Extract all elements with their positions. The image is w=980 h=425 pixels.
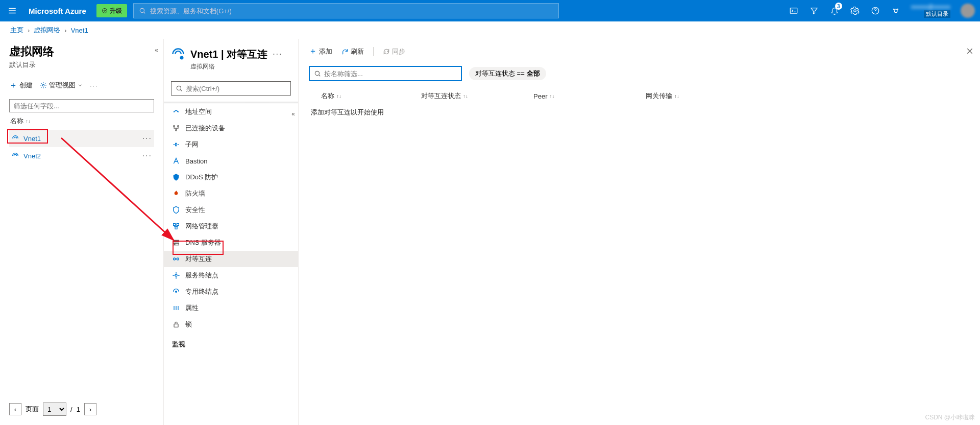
nav-item-lock[interactable]: 锁 <box>164 316 298 333</box>
name-filter-input[interactable] <box>324 70 457 78</box>
nav-search-input[interactable] <box>186 85 286 92</box>
status-filter-pill[interactable]: 对等互连状态 == 全部 <box>469 67 546 80</box>
nav-item-peering[interactable]: 对等互连 <box>164 251 298 267</box>
svg-point-25 <box>175 244 175 244</box>
manage-view-button[interactable]: 管理视图 <box>40 81 83 90</box>
filter-icon <box>810 6 819 15</box>
nav-item-ddos[interactable]: DDoS 防护 <box>164 169 298 185</box>
refresh-button[interactable]: 刷新 <box>341 47 364 56</box>
hamburger-menu[interactable] <box>0 0 24 21</box>
row-more-button[interactable]: ··· <box>142 134 152 143</box>
column-header-name[interactable]: 名称 ↑↓ <box>9 112 154 130</box>
svg-point-24 <box>175 241 175 241</box>
chevron-down-icon <box>78 83 83 88</box>
nav-item-network-manager[interactable]: 网络管理器 <box>164 218 298 234</box>
peering-toolbar: ＋添加 刷新 同步 <box>309 46 970 57</box>
nav-search[interactable] <box>171 81 291 96</box>
gear-icon <box>850 6 860 15</box>
sync-icon <box>383 48 390 55</box>
list-item[interactable]: Vnet2 ··· <box>9 147 154 164</box>
global-search[interactable] <box>133 3 559 18</box>
breadcrumb-vnet1[interactable]: Vnet1 <box>71 27 88 34</box>
nav-item-label: 专用终结点 <box>185 287 218 296</box>
help-button[interactable] <box>865 0 886 21</box>
feedback-icon <box>891 6 900 15</box>
col-name[interactable]: 名称↑↓ <box>309 91 421 101</box>
sync-button: 同步 <box>383 47 405 56</box>
col-status[interactable]: 对等互连状态↑↓ <box>421 91 533 101</box>
more-button[interactable]: ··· <box>90 82 99 89</box>
list-filter-input[interactable] <box>9 99 154 112</box>
sort-icon: ↑↓ <box>26 119 31 124</box>
empty-state: 添加对等互连以开始使用 <box>309 103 970 117</box>
account-menu[interactable]: xxxxxx@xxxxxx 默认目录 <box>906 4 955 18</box>
close-button[interactable] <box>966 47 974 57</box>
network-manager-icon <box>172 222 180 230</box>
col-peer[interactable]: Peer↑↓ <box>533 91 646 101</box>
list-item[interactable]: Vnet1 ··· <box>9 130 154 147</box>
nav-item-dns[interactable]: DNS 服务器 <box>164 234 298 251</box>
nav-item-label: Bastion <box>185 157 207 165</box>
nav-item-label: 网络管理器 <box>185 222 218 231</box>
gear-icon <box>40 82 47 89</box>
vnet-resource-icon <box>171 47 185 61</box>
sort-icon: ↑↓ <box>549 93 554 99</box>
brand-label[interactable]: Microsoft Azure <box>24 7 90 15</box>
nav-item-address-space[interactable]: 地址空间 <box>164 104 298 120</box>
connected-devices-icon <box>172 124 180 132</box>
svg-rect-6 <box>790 8 797 14</box>
search-icon <box>139 7 146 14</box>
breadcrumb-vnets[interactable]: 虚拟网络 <box>34 26 60 35</box>
directory-filter-button[interactable] <box>804 0 824 21</box>
user-email: xxxxxx@xxxxxx <box>911 4 950 10</box>
nav-item-firewall[interactable]: 防火墙 <box>164 185 298 202</box>
hamburger-icon <box>8 6 17 15</box>
nav-item-properties[interactable]: 属性 <box>164 300 298 316</box>
create-button[interactable]: ＋创建 <box>9 80 33 91</box>
svg-rect-20 <box>177 224 179 226</box>
global-search-input[interactable] <box>150 7 553 15</box>
notifications-button[interactable]: 3 <box>824 0 845 21</box>
list-toolbar: ＋创建 管理视图 ··· <box>9 78 154 93</box>
nav-item-label: 地址空间 <box>185 107 212 116</box>
svg-point-26 <box>174 258 176 260</box>
feedback-button[interactable] <box>886 0 906 21</box>
svg-line-15 <box>180 89 182 91</box>
nav-item-service-endpoint[interactable]: 服务终结点 <box>164 267 298 284</box>
nav-item-private-endpoint[interactable]: 专用终结点 <box>164 284 298 300</box>
address-space-icon <box>172 108 180 116</box>
upgrade-icon <box>102 8 108 14</box>
settings-button[interactable] <box>845 0 865 21</box>
firewall-icon <box>172 190 180 198</box>
page-select[interactable]: 1 <box>43 403 66 416</box>
nav-item-bastion[interactable]: Bastion <box>164 153 298 169</box>
cloud-shell-button[interactable] <box>783 0 804 21</box>
nav-item-subnet[interactable]: 子网 <box>164 136 298 153</box>
resource-type-label: 虚拟网络 <box>190 62 291 71</box>
list-item-link[interactable]: Vnet1 <box>23 135 41 143</box>
svg-point-18 <box>176 130 177 131</box>
list-title: 虚拟网络 <box>9 44 154 59</box>
svg-point-13 <box>180 56 184 60</box>
table-header: 名称↑↓ 对等互连状态↑↓ Peer↑↓ 网关传输↑↓ <box>309 89 970 103</box>
title-more-button[interactable]: ··· <box>273 50 282 59</box>
dns-icon <box>172 239 180 247</box>
avatar[interactable] <box>961 4 975 18</box>
svg-point-36 <box>315 71 319 75</box>
row-more-button[interactable]: ··· <box>142 151 152 160</box>
page-total: 1 <box>77 406 80 413</box>
list-item-link[interactable]: Vnet2 <box>23 152 41 160</box>
nav-item-connected-devices[interactable]: 已连接的设备 <box>164 120 298 136</box>
next-page-button[interactable]: › <box>84 403 96 415</box>
cloud-shell-icon <box>789 6 798 15</box>
collapse-button[interactable]: « <box>155 46 158 54</box>
svg-rect-33 <box>174 324 178 327</box>
prev-page-button[interactable]: ‹ <box>9 403 21 415</box>
upgrade-button[interactable]: 升级 <box>96 4 127 17</box>
col-gateway[interactable]: 网关传输↑↓ <box>646 91 707 101</box>
nav-item-security[interactable]: 安全性 <box>164 202 298 218</box>
add-button[interactable]: ＋添加 <box>309 46 332 57</box>
page-label: 页面 <box>26 405 39 414</box>
name-filter[interactable] <box>309 66 462 81</box>
breadcrumb-home[interactable]: 主页 <box>10 26 23 35</box>
